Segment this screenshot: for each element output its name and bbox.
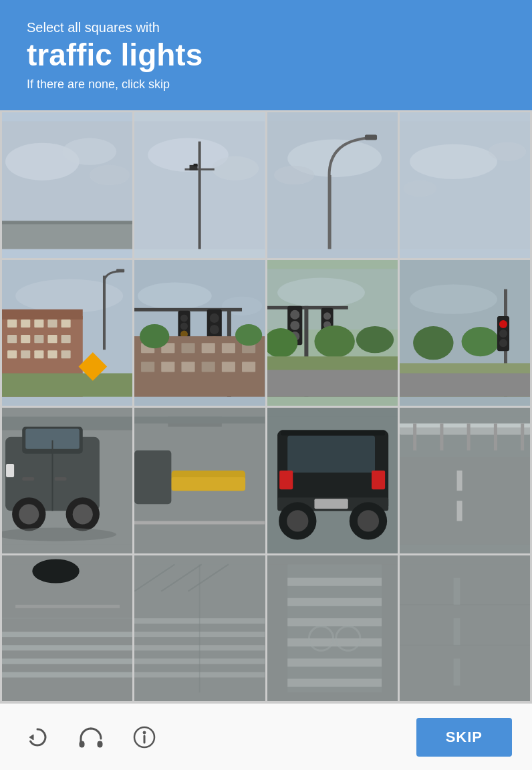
svg-point-71 (140, 324, 169, 348)
grid-cell-r3c2[interactable] (267, 555, 400, 703)
svg-point-79 (290, 310, 299, 319)
info-button[interactable] (127, 720, 162, 755)
svg-rect-24 (103, 275, 106, 350)
svg-rect-113 (55, 477, 67, 481)
svg-rect-177 (453, 578, 460, 604)
svg-rect-63 (222, 343, 235, 353)
svg-rect-33 (7, 335, 17, 343)
svg-rect-149 (2, 632, 132, 637)
svg-rect-129 (314, 499, 348, 509)
svg-point-20 (489, 142, 526, 160)
svg-point-87 (314, 326, 354, 358)
svg-rect-61 (182, 343, 195, 353)
svg-point-98 (499, 330, 507, 338)
svg-rect-32 (61, 319, 71, 328)
svg-point-147 (32, 559, 79, 583)
svg-rect-12 (194, 163, 198, 166)
header-title: traffic lights (27, 38, 505, 72)
svg-point-94 (461, 327, 499, 356)
svg-rect-17 (364, 134, 376, 140)
svg-rect-42 (61, 350, 71, 358)
grid-cell-r2c2[interactable] (267, 408, 400, 555)
svg-rect-168 (287, 618, 382, 626)
grid-cell-r1c0[interactable] (2, 260, 134, 408)
svg-rect-31 (47, 319, 57, 328)
info-icon (132, 725, 156, 749)
grid-cell-r0c2[interactable] (267, 112, 400, 260)
svg-rect-30 (34, 319, 43, 328)
grid-cell-r1c2[interactable] (267, 260, 400, 408)
svg-rect-37 (61, 335, 71, 343)
grid-cell-r1c3[interactable] (400, 260, 532, 408)
svg-rect-140 (467, 423, 470, 450)
svg-rect-151 (2, 658, 132, 664)
svg-point-15 (274, 165, 314, 184)
svg-rect-137 (400, 423, 530, 427)
svg-rect-5 (2, 221, 132, 224)
svg-rect-182 (98, 741, 102, 747)
footer: SKIP (0, 703, 532, 770)
grid-cell-r3c3[interactable] (400, 555, 532, 703)
svg-point-52 (210, 325, 219, 334)
svg-rect-119 (172, 477, 246, 491)
svg-point-93 (413, 326, 453, 360)
svg-rect-4 (2, 222, 132, 249)
svg-point-75 (277, 277, 365, 307)
svg-marker-180 (29, 735, 33, 740)
svg-rect-152 (2, 672, 132, 677)
grid-cell-r0c3[interactable] (400, 112, 532, 260)
svg-rect-16 (327, 175, 331, 249)
grid-cell-r2c0[interactable] (2, 408, 134, 555)
captcha-container: Select all squares with traffic lights I… (0, 0, 532, 770)
svg-rect-114 (22, 477, 34, 481)
svg-rect-67 (182, 362, 195, 372)
svg-point-46 (138, 282, 212, 309)
audio-button[interactable] (74, 720, 108, 755)
grid-cell-r1c1[interactable] (134, 260, 267, 408)
header-subtitle: Select all squares with (27, 20, 505, 35)
grid-cell-r0c0[interactable] (2, 112, 134, 260)
svg-rect-10 (185, 168, 215, 170)
svg-point-97 (499, 320, 507, 328)
svg-rect-134 (281, 430, 385, 435)
svg-rect-167 (287, 598, 382, 606)
svg-point-83 (323, 312, 331, 319)
headphones-icon (79, 725, 103, 749)
svg-point-133 (357, 510, 378, 531)
svg-rect-25 (116, 269, 124, 272)
svg-rect-69 (222, 362, 235, 372)
svg-point-110 (73, 504, 93, 524)
svg-rect-144 (456, 471, 462, 491)
svg-rect-9 (198, 141, 201, 249)
svg-rect-120 (134, 451, 171, 505)
svg-rect-171 (287, 678, 382, 686)
svg-rect-143 (400, 457, 530, 545)
svg-rect-28 (7, 319, 17, 328)
svg-point-99 (499, 339, 507, 347)
header-note: If there are none, click skip (27, 78, 505, 92)
skip-button[interactable]: SKIP (416, 718, 512, 757)
svg-rect-127 (371, 471, 384, 489)
grid-cell-r2c3[interactable] (400, 408, 532, 555)
refresh-button[interactable] (20, 720, 55, 755)
svg-rect-39 (21, 350, 30, 358)
refresh-icon (25, 725, 49, 749)
svg-rect-179 (453, 658, 460, 685)
grid-cell-r3c0[interactable] (2, 555, 134, 703)
svg-rect-166 (287, 578, 382, 586)
grid-cell-r0c1[interactable] (134, 112, 267, 260)
svg-point-21 (403, 180, 436, 197)
grid-cell-r2c1[interactable] (134, 408, 267, 555)
svg-rect-43 (2, 373, 132, 396)
svg-rect-170 (287, 658, 382, 666)
svg-rect-27 (2, 309, 83, 319)
svg-rect-126 (279, 471, 293, 489)
svg-rect-148 (15, 605, 120, 608)
svg-rect-181 (80, 741, 84, 747)
svg-point-131 (287, 510, 308, 531)
grid-cell-r3c1[interactable] (134, 555, 267, 703)
svg-rect-65 (141, 362, 154, 372)
svg-rect-41 (47, 350, 57, 358)
svg-rect-34 (21, 335, 30, 343)
svg-point-8 (212, 156, 259, 180)
